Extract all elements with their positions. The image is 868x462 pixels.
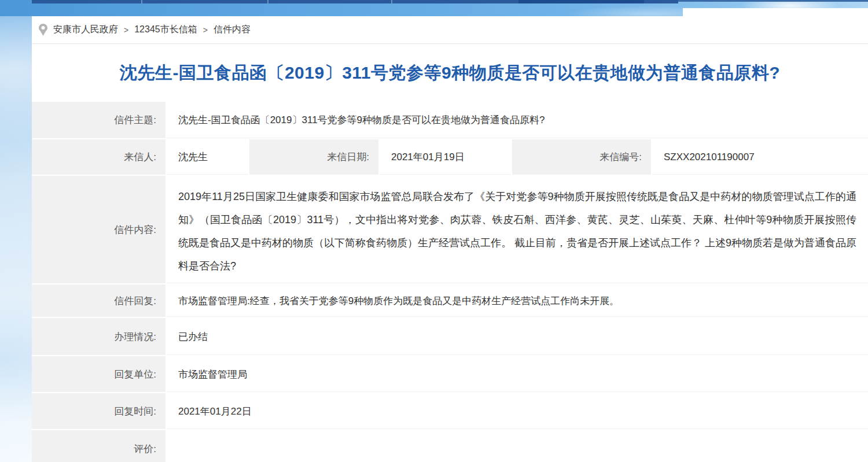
sender-value: 沈先生 xyxy=(167,139,248,175)
breadcrumb-mailbox[interactable]: 12345市长信箱 xyxy=(134,24,197,36)
number-label: 来信编号: xyxy=(512,139,651,175)
breadcrumb-home[interactable]: 安康市人民政府 xyxy=(53,24,118,36)
table-row-reply-time: 回复时间: 2021年01月22日 xyxy=(32,393,868,429)
reply-time-label: 回复时间: xyxy=(32,393,165,429)
status-value: 已办结 xyxy=(167,318,868,355)
letter-content-panel: 安康市人民政府 > 12345市长信箱 > 信件内容 沈先生-国卫食品函〔201… xyxy=(32,16,868,462)
top-nav-bar[interactable] xyxy=(32,0,678,3)
location-pin-icon xyxy=(39,24,47,36)
table-row-sender: 来信人: 沈先生 来信日期: 2021年01月19日 来信编号: SZXX202… xyxy=(32,139,868,175)
reply-time-value: 2021年01月22日 xyxy=(167,393,868,429)
breadcrumb: 安康市人民政府 > 12345市长信箱 > 信件内容 xyxy=(32,16,868,43)
rating-label: 评价: xyxy=(32,430,165,462)
nav-divider xyxy=(141,0,142,3)
table-row-status: 办理情况: 已办结 xyxy=(32,318,868,355)
status-label: 办理情况: xyxy=(32,318,165,355)
nav-bar-right-edge xyxy=(678,0,868,2)
table-row-subject: 信件主题: 沈先生-国卫食品函〔2019〕311号党参等9种物质是否可以在贵地做… xyxy=(32,102,868,138)
subject-value: 沈先生-国卫食品函〔2019〕311号党参等9种物质是否可以在贵地做为普通食品原… xyxy=(167,102,868,138)
content-label: 信件内容: xyxy=(32,176,165,283)
breadcrumb-separator: > xyxy=(124,25,128,35)
date-value: 2021年01月19日 xyxy=(380,139,511,175)
content-value: 2019年11月25日国家卫生健康委和国家市场监管总局联合发布了《关于对党参等9… xyxy=(167,176,868,283)
table-row-reply-unit: 回复单位: 市场监督管理局 xyxy=(32,356,868,392)
header-white-notch xyxy=(683,8,868,16)
breadcrumb-separator: > xyxy=(203,25,208,35)
nav-divider xyxy=(267,0,269,3)
subject-label: 信件主题: xyxy=(32,102,165,138)
nav-divider xyxy=(391,0,392,3)
number-value: SZXX202101190007 xyxy=(652,139,868,175)
reply-unit-value: 市场监督管理局 xyxy=(167,356,868,392)
sender-label: 来信人: xyxy=(32,139,165,175)
table-row-reply: 信件回复: 市场监督管理局:经查，我省关于党参等9种物质作为既是食品又是中药材生… xyxy=(32,284,868,317)
date-label: 来信日期: xyxy=(249,139,378,175)
table-row-content: 信件内容: 2019年11月25日国家卫生健康委和国家市场监管总局联合发布了《关… xyxy=(32,176,868,283)
reply-unit-label: 回复单位: xyxy=(32,356,165,392)
nav-active-segment xyxy=(518,0,644,3)
letter-detail-table: 信件主题: 沈先生-国卫食品函〔2019〕311号党参等9种物质是否可以在贵地做… xyxy=(32,102,868,462)
rating-value xyxy=(167,430,868,462)
breadcrumb-letter-content[interactable]: 信件内容 xyxy=(214,24,251,36)
table-row-rating: 评价: xyxy=(32,430,868,462)
page-title: 沈先生-国卫食品函〔2019〕311号党参等9种物质是否可以在贵地做为普通食品原… xyxy=(32,44,868,102)
reply-label: 信件回复: xyxy=(32,284,165,317)
reply-value: 市场监督管理局:经查，我省关于党参等9种物质作为既是食品又是中药材生产经营试点工… xyxy=(167,284,868,317)
